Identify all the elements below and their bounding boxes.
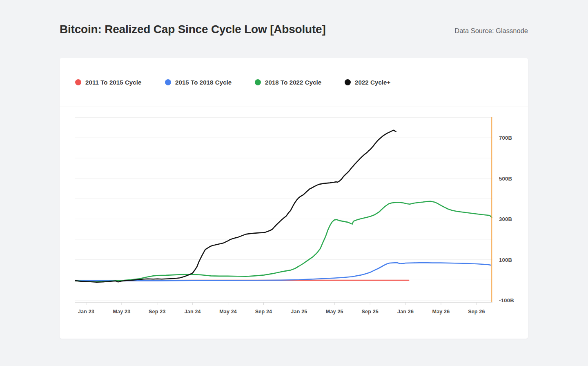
page-title: Bitcoin: Realized Cap Since Cycle Low [A…: [60, 23, 326, 36]
legend-item-label: 2022 Cycle+: [355, 79, 390, 86]
x-tick-label: Sep 25: [361, 309, 379, 315]
legend-item-2022-cycle-plus[interactable]: 2022 Cycle+: [345, 79, 434, 86]
y-tick-label: 700B: [499, 135, 512, 141]
legend-item-2015-2018-cycle[interactable]: 2015 To 2018 Cycle: [165, 79, 255, 86]
chart-canvas[interactable]: [75, 116, 524, 319]
x-tick-label: Jan 24: [185, 309, 201, 315]
x-tick-label: Sep 26: [468, 309, 485, 315]
data-source-label: Data Source: Glassnode: [454, 27, 528, 36]
legend-item-2011-2015-cycle[interactable]: 2011 To 2015 Cycle: [75, 79, 165, 86]
legend-item-label: 2015 To 2018 Cycle: [175, 79, 232, 86]
page-header: Bitcoin: Realized Cap Since Cycle Low [A…: [60, 23, 528, 36]
chart-card: 2011 To 2015 Cycle 2015 To 2018 Cycle 20…: [60, 58, 528, 339]
y-tick-label: -100B: [499, 297, 514, 304]
legend-separator: [60, 107, 528, 107]
legend-dot-icon: [165, 79, 171, 85]
legend-dot-icon: [345, 79, 351, 85]
plot-area: 700B500B300B100B-100B Jan 23May 23Sep 23…: [75, 116, 524, 321]
x-tick-label: Jan 23: [78, 309, 94, 315]
chart-legend: 2011 To 2015 Cycle 2015 To 2018 Cycle 20…: [75, 58, 434, 107]
x-tick-label: Jan 26: [397, 309, 414, 315]
x-tick-label: May 26: [432, 309, 450, 315]
legend-item-label: 2011 To 2015 Cycle: [85, 79, 141, 86]
x-tick-label: Sep 24: [255, 309, 272, 315]
legend-item-2018-2022-cycle[interactable]: 2018 To 2022 Cycle: [255, 79, 345, 86]
legend-dot-icon: [75, 79, 81, 85]
y-tick-label: 500B: [499, 175, 512, 181]
series-line-2022-cycle-[interactable]: [75, 130, 396, 282]
series-line-2018-to-2022-cycle[interactable]: [75, 201, 492, 282]
x-tick-label: Sep 23: [149, 309, 166, 315]
y-tick-label: 100B: [499, 257, 512, 263]
y-tick-label: 300B: [499, 216, 512, 222]
legend-dot-icon: [255, 79, 261, 85]
x-tick-label: May 24: [219, 309, 237, 315]
x-tick-label: May 23: [113, 309, 130, 315]
x-tick-label: May 25: [326, 309, 343, 315]
legend-item-label: 2018 To 2022 Cycle: [265, 79, 321, 86]
x-tick-label: Jan 25: [291, 309, 307, 315]
